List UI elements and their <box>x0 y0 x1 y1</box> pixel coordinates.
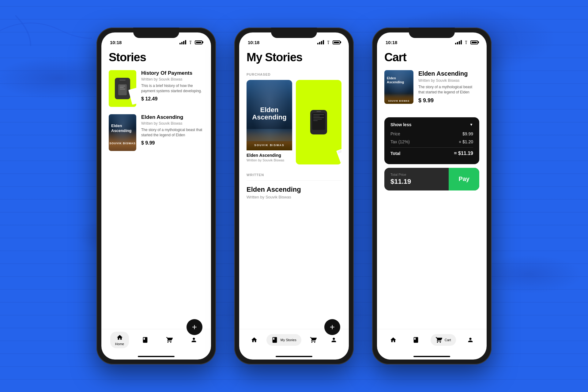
total-row-label: Total <box>390 151 400 156</box>
story-info-payments: History Of Payments Written by Souvik Bi… <box>141 70 204 102</box>
book-icon-2 <box>271 337 278 343</box>
written-label: WRITTEN <box>247 173 341 177</box>
profile-icon-1 <box>190 337 197 343</box>
total-price-label: Total Price <box>390 173 443 176</box>
story-cover-elden: EldenAscending SOUVIK BISWAS <box>109 114 136 151</box>
cart-item-info: Elden Ascending Written by Souvik Biswas… <box>418 70 479 104</box>
signal-icon-1 <box>179 40 186 44</box>
nav-profile-3[interactable] <box>462 334 479 346</box>
battery-icon-3 <box>470 40 478 44</box>
elden-large-title: EldenAscending <box>252 106 286 121</box>
home-icon-2 <box>251 337 258 343</box>
my-story-cover-payments-large <box>296 80 341 164</box>
status-time-2: 10:18 <box>248 40 259 45</box>
story-info-elden: Elden Ascending Written by Souvik Biswas… <box>141 114 204 146</box>
total-row-value: = $11.19 <box>454 151 473 156</box>
screen-content-3: Cart EldenAscending SOUVIK BISWAS Elden … <box>377 48 487 329</box>
story-desc-elden: The story of a mythological beast that s… <box>141 127 204 138</box>
story-price-elden: $ 9.99 <box>141 140 204 146</box>
notch-2 <box>271 28 317 38</box>
show-less-arrow-icon: ▼ <box>469 123 473 127</box>
home-indicator-3 <box>377 353 487 360</box>
page-title-1: Stories <box>109 51 204 64</box>
my-stories-grid: EldenAscending SOUVIK BISWAS Elden Ascen… <box>247 80 341 164</box>
nav-cart-3[interactable]: Cart <box>431 334 456 346</box>
fab-2[interactable]: + <box>324 319 340 335</box>
nav-home-3[interactable] <box>385 334 401 346</box>
cart-cover-author: SOUVIK BISWAS <box>384 100 413 102</box>
cart-icon-2 <box>310 337 317 343</box>
page-title-2: My Stories <box>247 51 341 64</box>
profile-icon-3 <box>467 337 474 343</box>
bottom-nav-3: Cart <box>377 329 487 353</box>
status-time-1: 10:18 <box>110 40 122 45</box>
cart-item-title: Elden Ascending <box>418 70 479 77</box>
status-icons-1 <box>179 40 202 44</box>
total-price-left: Total Price $11.19 <box>384 168 449 190</box>
battery-icon-1 <box>195 40 202 44</box>
my-story-cover-elden-large: EldenAscending SOUVIK BISWAS <box>247 80 292 150</box>
nav-cart-1[interactable] <box>161 334 178 346</box>
screen-content-1: Stories History Of Payments Writte <box>101 48 211 329</box>
story-item-payments[interactable]: History Of Payments Written by Souvik Bi… <box>109 70 204 107</box>
price-row-value: $9.99 <box>462 131 473 136</box>
cart-item-author: Written by Souvik Biswas <box>418 78 479 83</box>
nav-profile-1[interactable] <box>186 334 202 346</box>
nav-profile-2[interactable] <box>326 334 342 346</box>
story-price-payments: $ 12.49 <box>141 96 204 102</box>
story-author-elden: Written by Souvik Biswas <box>141 121 204 126</box>
nav-stories-3[interactable] <box>408 334 424 346</box>
home-indicator-1 <box>101 353 211 360</box>
cart-item-desc: The story of a mythological beast that s… <box>418 85 479 95</box>
story-desc-payments: This is a brief history of how the payme… <box>141 83 204 94</box>
svg-point-2 <box>466 43 466 44</box>
pay-button-label: Pay <box>458 175 469 183</box>
story-title-payments: History Of Payments <box>141 70 204 76</box>
pay-button[interactable]: Pay <box>449 168 479 190</box>
screen-content-2: My Stories PURCHASED EldenAscending SOUV… <box>239 48 349 329</box>
my-story-card-payments[interactable]: History Of Paym Written by Souvik B <box>296 80 341 164</box>
nav-home-2[interactable] <box>246 334 262 346</box>
my-story-card-elden[interactable]: EldenAscending SOUVIK BISWAS Elden Ascen… <box>247 80 292 164</box>
home-icon-3 <box>390 337 397 343</box>
show-less-label: Show less <box>390 122 411 127</box>
battery-icon-2 <box>333 40 340 44</box>
book-icon-3 <box>413 337 419 343</box>
payments-screen-mini <box>312 113 325 130</box>
show-less-row[interactable]: Show less ▼ <box>390 122 473 127</box>
home-icon-1 <box>116 334 123 341</box>
status-icons-2 <box>317 40 340 44</box>
page-title-3: Cart <box>384 51 479 64</box>
price-row-tax: Tax (12%) + $1.20 <box>390 139 473 144</box>
story-cover-payments <box>109 70 136 107</box>
nav-cart-label-3: Cart <box>445 338 451 342</box>
story-title-elden: Elden Ascending <box>141 114 204 120</box>
pay-section: Total Price $11.19 Pay <box>384 168 479 190</box>
book-icon-1 <box>142 337 149 343</box>
nav-stories-1[interactable] <box>137 334 153 346</box>
cart-cover-title: EldenAscending <box>387 76 411 84</box>
nav-home-1[interactable]: Home <box>110 332 129 348</box>
my-story-info-elden: Elden Ascending Written by Souvik Biswas <box>247 150 292 164</box>
nav-home-label-1: Home <box>115 342 124 346</box>
home-indicator-2 <box>239 353 349 360</box>
notch-3 <box>409 28 455 38</box>
elden-large-author: SOUVIK BISWAS <box>247 144 292 147</box>
my-story-title-elden: Elden Ascending <box>247 153 292 158</box>
price-row-price: Price $9.99 <box>390 131 473 136</box>
cart-cover-elden: EldenAscending SOUVIK BISWAS <box>384 70 413 104</box>
tax-row-label: Tax (12%) <box>390 139 410 144</box>
cart-item-elden[interactable]: EldenAscending SOUVIK BISWAS Elden Ascen… <box>384 70 479 104</box>
svg-point-0 <box>190 43 191 44</box>
cart-icon-3 <box>435 337 442 343</box>
phone-stories: 10:18 Stories <box>96 28 216 364</box>
fab-1[interactable]: + <box>187 319 202 335</box>
written-story-title: Elden Ascending <box>247 186 341 194</box>
story-item-elden[interactable]: EldenAscending SOUVIK BISWAS Elden Ascen… <box>109 114 204 151</box>
price-row-total: Total = $11.19 <box>390 147 473 156</box>
nav-stories-2[interactable]: My Stories <box>266 334 301 346</box>
wifi-icon-2 <box>326 40 331 44</box>
cart-item-price: $ 9.99 <box>418 97 479 104</box>
nav-cart-2[interactable] <box>305 334 322 346</box>
written-story-elden[interactable]: Elden Ascending Written by Souvik Biswas <box>247 180 341 204</box>
